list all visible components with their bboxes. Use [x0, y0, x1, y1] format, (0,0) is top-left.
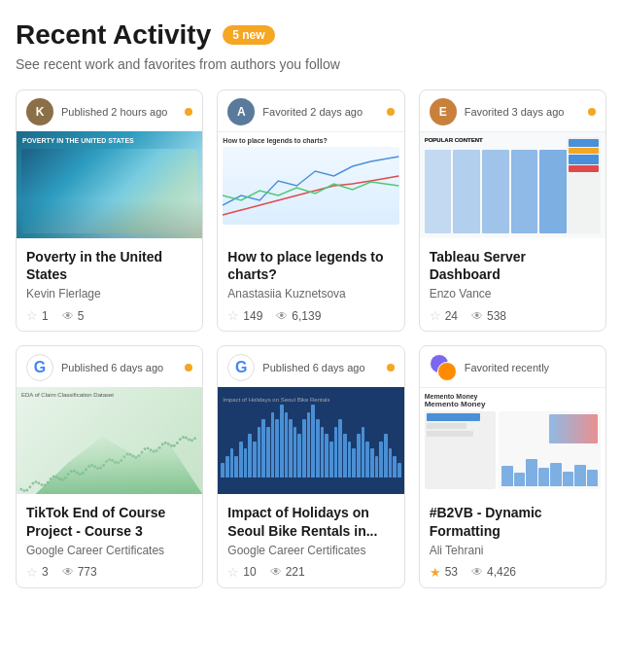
page-header: Recent Activity 5 new See recent work an…: [16, 19, 606, 72]
view-count: 5: [78, 309, 85, 323]
svg-point-38: [131, 455, 134, 458]
new-dot: [387, 108, 395, 116]
svg-point-39: [134, 456, 137, 459]
new-dot: [588, 108, 596, 116]
star-stat: ☆ 149: [227, 308, 262, 323]
star-count: 149: [243, 309, 262, 323]
svg-point-45: [153, 450, 156, 453]
new-dot: [387, 364, 395, 371]
svg-point-56: [185, 437, 188, 440]
card-body: #B2VB - Dynamic Formatting Ali Tehrani ★…: [420, 494, 605, 586]
eye-icon: 👁: [62, 565, 74, 579]
star-count: 1: [42, 309, 49, 323]
avatar: K: [26, 98, 53, 125]
view-count: 773: [78, 565, 97, 579]
card-card-2[interactable]: A Favorited 2 days ago How to place lege…: [217, 89, 404, 332]
card-card-6[interactable]: Favorited recently Memento Money: [419, 345, 606, 587]
eye-icon: 👁: [276, 309, 288, 323]
card-body: Impact of Holidays on Seoul Bike Rentals…: [218, 494, 403, 586]
star-stat: ★ 53: [430, 565, 458, 580]
card-author: Ali Tehrani: [430, 544, 596, 557]
svg-point-20: [79, 473, 82, 476]
svg-point-40: [138, 454, 141, 457]
meta-action: Favorited 2 days ago: [262, 106, 363, 118]
card-title: TikTok End of Course Project - Course 3: [26, 504, 192, 539]
card-stats: ☆ 149 👁 6,139: [227, 308, 394, 323]
subtitle: See recent work and favorites from autho…: [16, 56, 606, 72]
meta-action: Published 6 days ago: [262, 362, 364, 373]
card-card-3[interactable]: E Favorited 3 days ago POPULAR CONTENT T…: [419, 89, 606, 332]
card-title: #B2VB - Dynamic Formatting: [430, 504, 596, 539]
svg-point-15: [64, 477, 67, 479]
view-stat: 👁 538: [471, 309, 506, 323]
svg-point-29: [105, 460, 108, 463]
card-card-5[interactable]: G Published 6 days ago Impact of Holiday…: [217, 345, 404, 587]
svg-point-36: [125, 453, 128, 456]
card-title: Impact of Holidays on Seoul Bike Rentals…: [227, 504, 394, 539]
thumbnail: How to place legends to charts?: [218, 131, 403, 238]
view-stat: 👁 6,139: [276, 309, 321, 323]
thumbnail: POPULAR CONTENT: [420, 131, 605, 238]
svg-point-19: [76, 472, 79, 475]
card-title: Poverty in the United States: [26, 248, 192, 283]
svg-point-46: [156, 449, 158, 452]
card-stats: ☆ 24 👁 538: [430, 308, 596, 323]
card-author: Kevin Flerlage: [26, 287, 192, 301]
svg-point-43: [147, 447, 150, 450]
view-stat: 👁 4,426: [471, 565, 516, 579]
card-title: Tableau Server Dashboard: [430, 248, 596, 283]
svg-point-34: [120, 459, 122, 462]
card-stats: ☆ 10 👁 221: [227, 565, 394, 580]
card-body: Tableau Server Dashboard Enzo Vance ☆ 24…: [420, 238, 605, 331]
card-author: Google Career Certificates: [227, 544, 394, 557]
card-body: How to place legends to charts? Anastasi…: [218, 238, 403, 331]
star-count: 24: [445, 309, 458, 323]
svg-point-28: [102, 464, 105, 467]
page-title: Recent Activity: [16, 19, 211, 51]
svg-point-12: [55, 476, 58, 478]
card-card-4[interactable]: G Published 6 days ago EDA of Claim Clas…: [16, 345, 203, 587]
svg-point-31: [111, 459, 114, 462]
svg-point-4: [31, 482, 34, 485]
svg-point-53: [176, 442, 179, 444]
svg-point-30: [108, 458, 111, 461]
svg-point-59: [193, 438, 196, 441]
svg-point-2: [25, 489, 28, 492]
card-meta: G Published 6 days ago: [17, 346, 202, 387]
svg-point-51: [170, 444, 173, 447]
svg-point-57: [188, 439, 190, 442]
svg-point-14: [61, 478, 64, 481]
svg-point-21: [82, 472, 85, 475]
svg-point-27: [99, 467, 102, 470]
svg-point-10: [50, 477, 52, 480]
eye-icon: 👁: [471, 309, 483, 323]
avatar: [430, 354, 457, 381]
svg-point-58: [190, 440, 193, 442]
meta-action: Favorited recently: [465, 362, 549, 373]
svg-point-22: [85, 469, 87, 472]
svg-point-16: [67, 473, 70, 476]
svg-point-25: [93, 466, 96, 469]
card-meta: K Published 2 hours ago: [17, 90, 202, 131]
svg-point-18: [73, 470, 76, 473]
card-card-1[interactable]: K Published 2 hours ago Poverty in the U…: [16, 89, 203, 332]
star-icon: ☆: [26, 308, 38, 323]
svg-point-23: [87, 465, 90, 468]
card-meta: G Published 6 days ago: [218, 346, 403, 387]
svg-point-9: [47, 481, 50, 484]
svg-point-3: [28, 486, 31, 489]
avatar: A: [227, 98, 255, 125]
thumbnail: [17, 131, 202, 238]
svg-point-24: [90, 464, 93, 467]
star-icon: ☆: [430, 308, 441, 323]
view-stat: 👁 221: [270, 565, 305, 579]
svg-point-8: [44, 484, 47, 487]
svg-point-33: [117, 462, 120, 465]
svg-point-26: [96, 467, 99, 470]
svg-point-44: [150, 449, 153, 452]
eye-icon: 👁: [270, 565, 282, 579]
view-count: 538: [487, 309, 506, 323]
svg-point-17: [70, 470, 73, 473]
star-count: 3: [42, 565, 49, 579]
svg-point-13: [58, 477, 61, 480]
